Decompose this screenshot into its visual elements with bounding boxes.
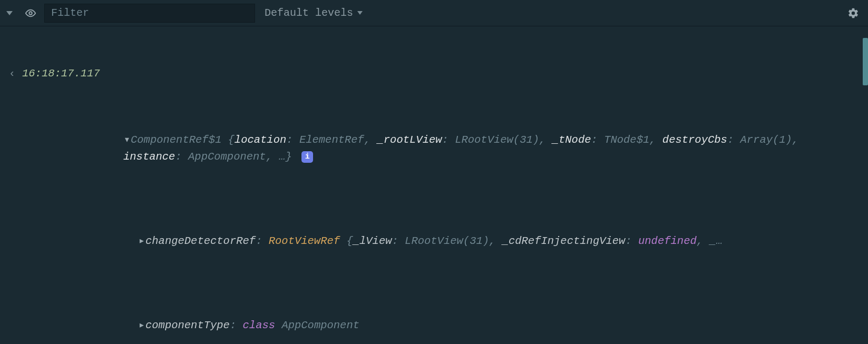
caret-right-icon[interactable]: ▸ — [138, 233, 145, 250]
console-log-area: ‹ 16:18:17.117 ▾ComponentRef$1 {location… — [0, 26, 868, 344]
log-timestamp: 16:18:17.117 — [22, 65, 100, 82]
filter-input[interactable] — [44, 4, 255, 23]
console-toolbar: Default levels — [0, 0, 868, 26]
chevron-down-icon — [357, 11, 363, 15]
context-dropdown[interactable] — [2, 4, 17, 23]
svg-point-0 — [29, 12, 32, 15]
caret-down-icon[interactable]: ▾ — [123, 132, 131, 149]
chevron-down-icon — [6, 11, 13, 15]
info-badge[interactable]: i — [301, 151, 313, 163]
caret-right-icon[interactable]: ▸ — [138, 317, 145, 334]
live-expression-button[interactable] — [21, 4, 40, 23]
scrollbar-thumb[interactable] — [863, 38, 868, 85]
console-settings-button[interactable] — [844, 4, 863, 23]
prop-changeDetectorRef[interactable]: ▸changeDetectorRef: RootViewRef {_lView:… — [123, 233, 861, 250]
log-entry[interactable]: ‹ 16:18:17.117 ▾ComponentRef$1 {location… — [7, 64, 861, 344]
log-levels-label: Default levels — [265, 5, 353, 22]
eye-icon — [25, 7, 36, 19]
expand-stack-icon[interactable]: ‹ — [7, 65, 17, 82]
prop-componentType[interactable]: ▸componentType: class AppComponent — [123, 317, 861, 334]
log-levels-dropdown[interactable]: Default levels — [259, 5, 368, 22]
gear-icon — [847, 7, 859, 19]
object-summary[interactable]: ▾ComponentRef$1 {location: ElementRef, _… — [123, 132, 861, 165]
